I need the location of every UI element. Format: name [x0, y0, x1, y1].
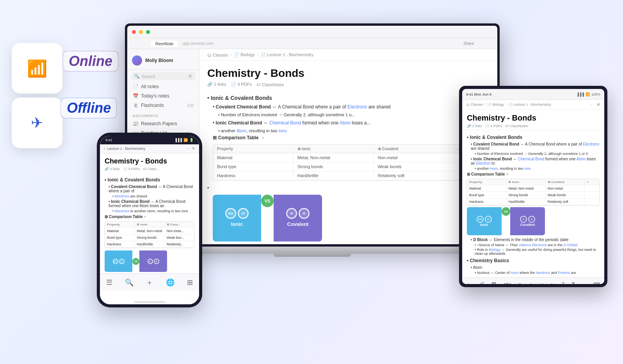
tablet-bullet-atom: Atom — [467, 265, 600, 270]
share-button[interactable]: Share — [463, 41, 474, 46]
covalent-side: H H Covalent — [274, 195, 322, 241]
phone-battery-icon: 🔋 — [189, 138, 194, 142]
na-atom: NA — [225, 208, 236, 219]
sidebar-item-flashcards[interactable]: 🃏 Flashcards 120 — [127, 101, 199, 110]
toolbar-bold-button[interactable]: T — [572, 282, 575, 284]
phone-covalent-side: H H — [139, 250, 167, 272]
flashcard-count: 120 — [187, 103, 194, 108]
phone-na-atom: NA — [113, 259, 118, 264]
table-row: Material Metal, Non-metal Non-metal — [213, 153, 484, 162]
airplane-icon: ✈ — [31, 114, 43, 131]
phone-covalent-atoms: H H — [148, 259, 159, 264]
toolbar-redo-button[interactable]: ↪ — [551, 282, 555, 284]
phone-nav-menu[interactable]: ☰ — [106, 278, 112, 287]
tab-bar: RemNote app.remnote.com Share — [127, 38, 497, 49]
tablet-device: 9:41 Mon Jun 8 ▐▐▐ 📶 100% 🗂 Classes / 📄 … — [459, 86, 607, 287]
phone-nav-add[interactable]: ＋ — [146, 278, 153, 287]
user-profile[interactable]: Molly Bloom — [127, 53, 199, 70]
toolbar-keyboard-button[interactable]: ⌨ — [593, 282, 600, 284]
sidebar-item-research[interactable]: 📰 Research Papers — [127, 119, 199, 128]
tablet-status-icons: ▐▐▐ 📶 100% — [577, 92, 600, 96]
tablet-signal-icon: ▐▐▐ — [577, 92, 584, 96]
laptop-titlebar — [127, 26, 497, 38]
tablet-breadcrumb-biology: 📄 Biology — [487, 103, 504, 107]
phone-table-row: Bond type Strong bonds Weak bon... — [105, 234, 194, 241]
tablet-na-atom: NA — [477, 216, 484, 223]
doc-title-area: Chemistry - Bonds 🔗 2 links 📄 4 PDFs 🏷 C… — [199, 61, 497, 90]
toolbar-link-button[interactable]: 🔗 — [479, 282, 484, 284]
breadcrumb-lecture: 📄 Lecture 1 - Biochemistry — [260, 52, 313, 57]
search-bar[interactable]: 🔍 Search ⌘ — [131, 72, 195, 80]
tablet-table-row: Hardness Hard/brittle Relatively soft — [467, 199, 599, 205]
url-bar[interactable]: app.remnote.com — [183, 41, 213, 46]
tablet-meta: 🔗 2 links 📄 4 PDFs 🏷 ClassNotes — [462, 124, 604, 130]
user-name: Molly Bloom — [145, 58, 173, 63]
phone-section-ionic: • Ionic & Covalent Bonds — [105, 177, 194, 183]
table-row: Bond type Strong bonds Weak bonds — [213, 162, 484, 171]
sidebar-item-allnotes[interactable]: 📄 All notes — [127, 82, 199, 91]
tablet-more-button[interactable]: ··· — [589, 103, 593, 107]
comparison-table-heading: ⊞ Comparison Table + — [207, 134, 490, 141]
meta-classnotes: 🏷 ClassNotes — [256, 82, 284, 87]
table-header-row: Property ⊕ Ionic ⊕ Covalent + — [213, 145, 484, 153]
today-icon: 📅 — [133, 93, 139, 99]
tablet-close-button[interactable]: ✕ — [596, 102, 600, 107]
tablet-screen: 9:41 Mon Jun 8 ▐▐▐ 📶 100% 🗂 Classes / 📄 … — [462, 89, 604, 284]
tablet-section-basics: • Chemistry Basics — [467, 258, 600, 263]
cl-atom: Cl — [238, 208, 249, 219]
comparison-table: Property ⊕ Ionic ⊕ Covalent + Material M… — [213, 144, 484, 181]
toolbar-add-button[interactable]: ＋ — [466, 281, 471, 284]
maximize-button[interactable] — [146, 30, 150, 34]
minimize-button[interactable] — [139, 30, 143, 34]
tablet-sub-electrons: Number of Electrons involved → Generally… — [467, 151, 600, 156]
tablet-breadcrumb-classes: 🗂 Classes — [466, 103, 483, 107]
active-tab[interactable]: RemNote — [151, 41, 178, 47]
phone-statusbar: 9:41 ▐▐▐ 📶 🔋 — [100, 136, 199, 144]
toolbar-more-button[interactable]: ··· — [582, 282, 586, 284]
close-button[interactable] — [132, 30, 136, 34]
research-icon: 📰 — [133, 121, 139, 126]
tablet-comparison-table: Property ⊕ Ionic ⊕ Covalent + Material M… — [467, 179, 600, 206]
table-row: Hardness Hard/brittle Relatively soft — [213, 171, 484, 180]
phone-back-button[interactable]: ‹ — [104, 147, 105, 151]
phone-ionic-atoms: NA Cl — [113, 259, 125, 264]
meta-links: 🔗 2 links — [207, 82, 226, 87]
phone-bullet-ionic: Ionic Chemical Bond ↔ A Chemical Bond fo… — [105, 199, 194, 209]
tablet-sub-nucleus: Nucleus ↔ Center of Atom where the Neutr… — [467, 270, 600, 275]
phone-nav-globe[interactable]: 🌐 — [166, 278, 174, 287]
tablet-sub-ions: another Atom, resulting in two Ions — [467, 166, 600, 171]
sub-ions: another Atom, resulting in two Ions — [207, 127, 490, 135]
vs-circle: VS — [261, 195, 274, 207]
phone-status-icons: ▐▐▐ 📶 🔋 — [174, 138, 194, 142]
toolbar-undo-button[interactable]: ↩ — [539, 282, 543, 284]
wifi-card: 📶 — [12, 43, 62, 94]
toolbar-format-button[interactable]: T — [562, 282, 564, 284]
phone-body: • Ionic & Covalent Bonds Covalent Chemic… — [100, 173, 199, 273]
tablet-vs-circle: VS — [502, 207, 510, 216]
laptop-stand — [273, 254, 351, 257]
doc-meta: 🔗 2 links 📄 4 PDFs 🏷 ClassNotes — [207, 82, 490, 87]
sidebar-item-todaynotes[interactable]: 📅 Today's notes — [127, 91, 199, 101]
phone-table-header: Property ⊕ Ionic ⊕ Cova... — [105, 222, 194, 228]
toolbar-indent-button[interactable]: ⇥ — [528, 282, 532, 284]
breadcrumb-classes: 🗂 Classes — [207, 53, 228, 57]
phone-nav-search[interactable]: 🔍 — [125, 278, 134, 287]
section-ionic-covalent: • Ionic & Covalent Bonds — [207, 95, 490, 101]
tablet-table-row: Material Metal, Non-metal Non-metal — [467, 185, 599, 192]
phone-nav-cards[interactable]: ⊞ — [187, 278, 193, 287]
tablet-covalent-side: H H Covalent — [510, 207, 545, 235]
phone-edit-button[interactable]: ✎ — [192, 147, 195, 151]
toolbar-image-button[interactable]: 🖼 — [491, 282, 496, 284]
phone-home-bar[interactable] — [134, 301, 165, 303]
h-atom-2: H — [299, 208, 310, 219]
phone-signal-icon: ▐▐▐ — [174, 138, 182, 142]
phone-more-button[interactable]: ··· — [187, 147, 190, 151]
flashcards-icon: 🃏 — [133, 103, 139, 108]
phone-meta: 🔗 2 links 📄 4 PDFs 🏷 Class... — [100, 167, 199, 173]
toolbar-abc-button[interactable]: abc — [504, 282, 511, 284]
phone-sub-ions: Electrons to another Atom, resulting in … — [105, 209, 194, 213]
toolbar-list-button[interactable]: ≡ — [518, 282, 521, 284]
documents-section-label: DOCUMENTS — [127, 110, 199, 119]
wifi-icon: 📶 — [27, 59, 47, 78]
col-covalent: ⊕ Covalent — [374, 145, 454, 153]
